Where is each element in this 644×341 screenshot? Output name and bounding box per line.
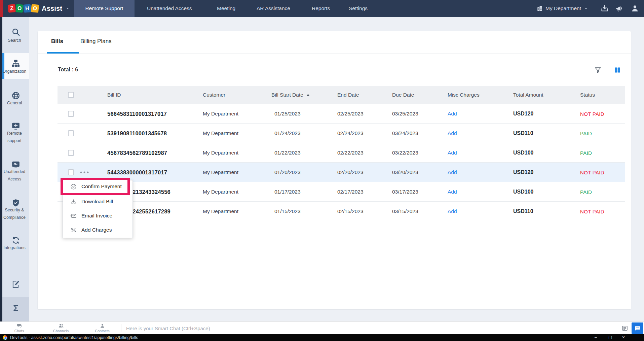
- select-all-checkbox[interactable]: [68, 92, 74, 98]
- sync-icon[interactable]: [11, 236, 20, 245]
- cell-status: PAID: [580, 124, 592, 143]
- cell-start: 01/22/2023: [274, 143, 301, 163]
- sidebar-item-label: Unattended: [1, 170, 28, 174]
- maximize-icon[interactable]: ▢: [608, 335, 612, 340]
- nav-meeting[interactable]: Meeting: [217, 0, 235, 17]
- cell-misc[interactable]: Add: [448, 143, 457, 163]
- chevron-down-icon[interactable]: [66, 6, 70, 10]
- column-header-due-date[interactable]: Due Date: [392, 86, 414, 104]
- row-checkbox[interactable]: [68, 130, 74, 136]
- org-chart-icon[interactable]: [11, 59, 20, 68]
- cell-misc[interactable]: Add: [448, 163, 457, 182]
- monitor-key-icon[interactable]: [11, 160, 20, 169]
- devtools-bar: DevTools - assist.zoho.com/portal/aswint…: [0, 334, 644, 341]
- row-checkbox[interactable]: [68, 169, 74, 175]
- filter-icon[interactable]: [594, 66, 602, 74]
- tab-bills[interactable]: Bills: [51, 38, 63, 45]
- table-row[interactable]: 5664583110001317017My Department01/25/20…: [58, 104, 625, 124]
- row-checkbox[interactable]: [68, 150, 74, 156]
- cell-start: 01/25/2023: [274, 104, 301, 124]
- cell-due: 03/17/2023: [392, 182, 418, 202]
- smart-chat-button[interactable]: [632, 322, 643, 334]
- cell-due: 03/25/2023: [392, 104, 418, 124]
- sidebar-item-label: Remote: [1, 131, 28, 136]
- megaphone-icon[interactable]: [615, 4, 623, 12]
- sidebar-item-label: General: [1, 101, 28, 105]
- cell-status: NOT PAID: [580, 163, 604, 182]
- sidebar-item-label: Security &: [1, 208, 28, 212]
- column-header-end-date[interactable]: End Date: [337, 86, 359, 104]
- menu-item-label: Add Charges: [81, 227, 112, 233]
- chatbar-chats[interactable]: Chats: [6, 323, 33, 333]
- column-header-bill-id[interactable]: Bill ID: [107, 86, 121, 104]
- row-actions-icon[interactable]: [80, 171, 89, 174]
- person-icon[interactable]: [631, 4, 639, 12]
- sidebar-item-label: Integrations: [1, 246, 28, 250]
- chat-bubble-icon: [634, 325, 641, 332]
- contact-icon: [100, 323, 105, 329]
- search-icon[interactable]: [11, 28, 20, 36]
- menu-item-label: Download Bill: [81, 199, 113, 205]
- cell-bill: 2213243324556: [129, 182, 171, 202]
- cell-customer: My Department: [203, 143, 238, 163]
- table-row[interactable]: 5242552617289My Department01/15/202302/1…: [58, 202, 625, 221]
- column-header-misc-charges[interactable]: Misc Charges: [448, 86, 480, 104]
- chatbar-item-label: Chats: [14, 329, 24, 333]
- department-name: My Department: [545, 5, 581, 11]
- cell-misc[interactable]: Add: [448, 124, 457, 143]
- column-header-customer[interactable]: Customer: [203, 86, 225, 104]
- sigma-icon[interactable]: [11, 304, 20, 312]
- chatbar-contacts[interactable]: Contacts: [89, 323, 116, 333]
- menu-item-add-charges[interactable]: Add Charges: [63, 223, 132, 237]
- sidebar-item-label: Compliance: [1, 215, 28, 220]
- shield-check-icon[interactable]: [11, 199, 20, 207]
- cell-misc[interactable]: Add: [448, 182, 457, 202]
- sidebar-item-label: Organization: [1, 69, 28, 74]
- chat-panel-icon[interactable]: [621, 325, 628, 332]
- cell-end: 02/20/2023: [337, 163, 364, 182]
- sidebar-item-label: Search: [1, 38, 28, 43]
- close-icon[interactable]: ✕: [622, 335, 625, 340]
- download-icon[interactable]: [601, 4, 609, 12]
- table-row[interactable]: 4567834562789102987My Department01/22/20…: [58, 143, 625, 163]
- cell-total: USD120: [513, 104, 533, 124]
- cell-status: PAID: [580, 182, 592, 202]
- cell-status: PAID: [580, 143, 592, 163]
- nav-ar-assistance[interactable]: AR Assistance: [257, 0, 290, 17]
- minimize-icon[interactable]: –: [595, 335, 597, 340]
- cell-due: 03/20/2023: [392, 163, 418, 182]
- cell-misc[interactable]: Add: [448, 104, 457, 124]
- table-row[interactable]: 2213243324556My Department01/17/202302/1…: [58, 182, 625, 202]
- column-header-bill-start-date[interactable]: Bill Start Date: [271, 86, 310, 104]
- bills-table: Bill IDCustomerBill Start DateEnd DateDu…: [58, 86, 625, 221]
- nav-unattended-access[interactable]: Unattended Access: [147, 0, 192, 17]
- cell-misc[interactable]: Add: [448, 202, 457, 221]
- chatbar-channels[interactable]: Channels: [47, 323, 74, 333]
- building-icon: [536, 5, 543, 12]
- tab-billing-plans[interactable]: Billing Plans: [80, 38, 112, 45]
- note-edit-icon[interactable]: [11, 280, 20, 288]
- settings-sidebar: SearchOrganizationGeneralRemotesupportUn…: [0, 17, 29, 321]
- department-selector[interactable]: My Department: [536, 0, 588, 17]
- confirm-payment-annotation[interactable]: Confirm Payment: [61, 178, 130, 195]
- nav-remote-support[interactable]: Remote Support: [74, 0, 135, 17]
- nav-settings[interactable]: Settings: [349, 0, 368, 17]
- zoho-assist-logo[interactable]: ZOHO Assist: [8, 0, 70, 17]
- table-row[interactable]: 5443383000001317017My Department01/20/20…: [58, 163, 625, 182]
- row-checkbox[interactable]: [68, 111, 74, 117]
- cell-total: USD100: [513, 182, 533, 202]
- column-header-status[interactable]: Status: [580, 86, 595, 104]
- menu-item-email-invoice[interactable]: Email Invoice: [63, 209, 132, 223]
- top-navigation-bar: ZOHO Assist Remote SupportUnattended Acc…: [0, 0, 644, 17]
- globe-icon[interactable]: [11, 91, 20, 100]
- smart-chat-input[interactable]: Here is your Smart Chat (Ctrl+Space): [126, 326, 210, 331]
- monitor-plus-icon[interactable]: [11, 122, 20, 130]
- table-row[interactable]: 5391908110001345678My Department01/24/20…: [58, 124, 625, 143]
- grid-view-icon[interactable]: [614, 67, 621, 73]
- cell-start: 01/20/2023: [274, 163, 301, 182]
- menu-item-download-bill[interactable]: Download Bill: [63, 195, 132, 209]
- menu-item-label: Email Invoice: [81, 213, 112, 219]
- nav-reports[interactable]: Reports: [312, 0, 330, 17]
- cell-total: USD110: [513, 202, 533, 221]
- column-header-total-amount[interactable]: Total Amount: [513, 86, 543, 104]
